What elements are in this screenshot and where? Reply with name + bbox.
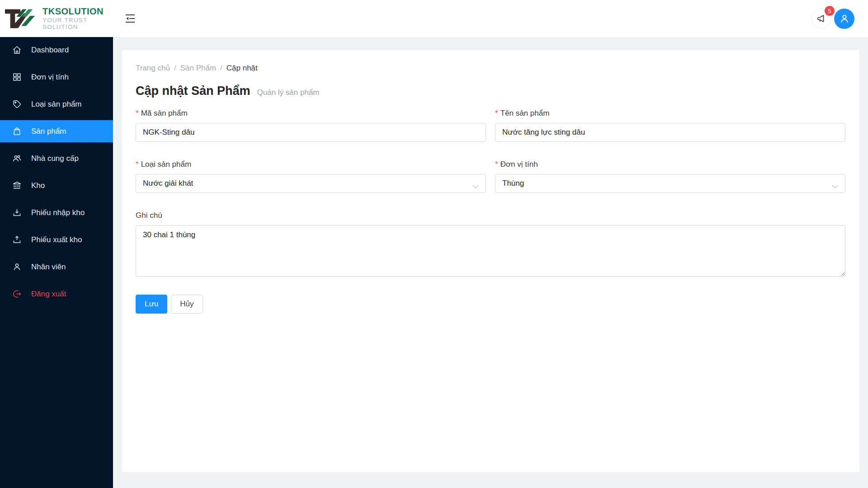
notification-badge: 5 [825, 6, 835, 16]
field-don-vi-tinh: * Đơn vị tính Thùng [495, 160, 845, 193]
product-form: * Mã sản phẩm * Tên sản phẩm * Loại sản … [136, 109, 845, 314]
sidebar-item-label: Phiếu nhập kho [31, 208, 85, 217]
page-subtitle: Quản lý sản phẩm [257, 88, 320, 97]
form-row-2: * Loại sản phẩm Nước giải khát * Đơn vị … [136, 160, 845, 193]
brand-tagline: YOUR TRUST SOLUTION [42, 17, 114, 30]
megaphone-icon [816, 13, 827, 24]
sidebar-item-label: Phiếu xuất kho [31, 235, 82, 244]
required-marker: * [136, 109, 139, 118]
appstore-icon [12, 72, 22, 82]
label-text: Loại sản phẩm [141, 160, 192, 169]
ghi-chu-textarea[interactable]: 30 chai 1 thùng [136, 225, 845, 277]
sidebar-item-loai-san-pham[interactable]: Loại sản phẩm [0, 93, 113, 115]
field-ghi-chu: Ghi chú 30 chai 1 thùng [136, 211, 845, 278]
sidebar-item-dang-xuat[interactable]: Đăng xuất [0, 283, 113, 305]
logo-text: TKSOLUTION YOUR TRUST SOLUTION [42, 7, 114, 30]
required-marker: * [495, 109, 498, 118]
sidebar-item-dashboard[interactable]: Dashboard [0, 39, 113, 61]
sidebar-item-label: Đơn vị tính [31, 73, 69, 82]
don-vi-tinh-select[interactable]: Thùng [495, 174, 845, 193]
sidebar-item-don-vi-tinh[interactable]: Đơn vị tính [0, 66, 113, 88]
breadcrumb-current: Cập nhật [226, 64, 258, 73]
user-icon [12, 262, 22, 272]
cancel-button[interactable]: Hủy [171, 295, 203, 314]
field-label: Ghi chú [136, 211, 845, 220]
required-marker: * [136, 160, 139, 169]
label-text: Tên sản phẩm [500, 109, 550, 118]
sidebar-item-label: Kho [31, 181, 45, 190]
user-avatar[interactable] [834, 9, 854, 29]
brand-name: TKSOLUTION [42, 7, 114, 16]
tag-icon [12, 99, 22, 109]
menu-fold-icon[interactable] [124, 12, 137, 25]
chevron-down-icon [832, 182, 838, 191]
chevron-down-icon [472, 182, 479, 191]
sidebar: Dashboard Đơn vị tính Loại sản phẩm Sản … [0, 37, 113, 488]
select-value: Nước giải khát [143, 179, 193, 188]
label-text: Đơn vị tính [500, 160, 538, 169]
label-text: Ghi chú [136, 211, 162, 220]
main-content-card: Trang chủ / Sản Phẩm / Cập nhật Cập nhật… [122, 50, 859, 472]
sidebar-item-san-pham[interactable]: Sản phẩm [0, 120, 113, 142]
bank-icon [12, 181, 22, 190]
notifications-button[interactable]: 5 [811, 9, 831, 28]
page-header: Cập nhật Sản Phẩm Quản lý sản phẩm [136, 84, 845, 98]
sidebar-menu: Dashboard Đơn vị tính Loại sản phẩm Sản … [0, 37, 113, 305]
required-marker: * [495, 160, 498, 169]
sidebar-item-label: Nhà cung cấp [31, 154, 79, 163]
sidebar-item-label: Sản phẩm [31, 127, 66, 136]
field-label: * Tên sản phẩm [495, 109, 845, 118]
sidebar-item-label: Loại sản phẩm [31, 100, 82, 109]
form-actions: Lưu Hủy [136, 295, 845, 314]
header-actions: 5 [811, 9, 854, 29]
select-value: Thùng [502, 179, 524, 188]
ten-san-pham-input[interactable] [495, 123, 845, 142]
sidebar-item-label: Dashboard [31, 46, 69, 55]
sidebar-item-nhan-vien[interactable]: Nhân viên [0, 256, 113, 278]
brand-logo-icon [5, 7, 37, 30]
home-icon [12, 45, 22, 55]
field-label: * Loại sản phẩm [136, 160, 486, 169]
loai-san-pham-select[interactable]: Nước giải khát [136, 174, 486, 193]
page-title: Cập nhật Sản Phẩm [136, 84, 250, 98]
logo[interactable]: TKSOLUTION YOUR TRUST SOLUTION [0, 7, 114, 30]
sidebar-item-label: Đăng xuất [31, 290, 66, 299]
label-text: Mã sản phẩm [141, 109, 188, 118]
breadcrumb-separator: / [220, 64, 222, 73]
export-icon [12, 235, 22, 244]
import-icon [12, 208, 22, 217]
sidebar-item-phieu-nhap-kho[interactable]: Phiếu nhập kho [0, 202, 113, 224]
ma-san-pham-input[interactable] [136, 123, 486, 142]
save-button[interactable]: Lưu [136, 295, 167, 314]
team-icon [12, 154, 22, 163]
sidebar-item-phieu-xuat-kho[interactable]: Phiếu xuất kho [0, 229, 113, 251]
form-row-1: * Mã sản phẩm * Tên sản phẩm [136, 109, 845, 142]
person-icon [839, 13, 850, 24]
breadcrumb-home[interactable]: Trang chủ [136, 64, 170, 73]
field-ma-san-pham: * Mã sản phẩm [136, 109, 486, 142]
field-ten-san-pham: * Tên sản phẩm [495, 109, 845, 142]
field-label: * Mã sản phẩm [136, 109, 486, 118]
top-header: TKSOLUTION YOUR TRUST SOLUTION 5 [0, 0, 868, 37]
breadcrumb-san-pham[interactable]: Sản Phẩm [180, 64, 216, 73]
field-label: * Đơn vị tính [495, 160, 845, 169]
field-loai-san-pham: * Loại sản phẩm Nước giải khát [136, 160, 486, 193]
breadcrumb-separator: / [174, 64, 176, 73]
sidebar-item-kho[interactable]: Kho [0, 174, 113, 197]
logout-icon [12, 289, 22, 299]
sidebar-item-nha-cung-cap[interactable]: Nhà cung cấp [0, 147, 113, 169]
shopping-bag-icon [12, 127, 22, 136]
sidebar-item-label: Nhân viên [31, 263, 66, 272]
breadcrumb: Trang chủ / Sản Phẩm / Cập nhật [136, 64, 845, 73]
